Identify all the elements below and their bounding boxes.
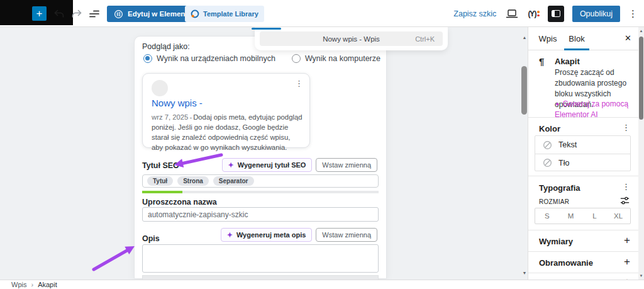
device-preview-icon (506, 9, 518, 19)
yoast-dots-icon (537, 11, 540, 16)
plus-icon: + (36, 8, 43, 20)
avatar (152, 80, 168, 96)
list-view-button[interactable] (87, 6, 102, 21)
tab-post[interactable]: Wpis (533, 27, 562, 50)
size-settings-button[interactable] (619, 195, 630, 208)
typography-section-title: Typografia (539, 183, 580, 193)
tab-block[interactable]: Blok (562, 27, 591, 50)
meta-description-input[interactable] (142, 244, 379, 273)
generate-seo-title-label: Wygeneruj tytuł SEO (238, 161, 306, 169)
paragraph-block-icon: ¶ (539, 56, 544, 67)
tab-block-label: Blok (569, 34, 584, 43)
no-color-icon (542, 140, 553, 150)
radio-desktop-result[interactable]: Wynik na komputerze (292, 54, 380, 63)
variable-pill-separator[interactable]: Separator (213, 176, 254, 186)
yoast-glyph: (Y) (528, 9, 536, 18)
breadcrumb-separator-icon: › (31, 281, 33, 288)
yoast-seo-button[interactable]: (Y) (528, 9, 540, 18)
template-library-button[interactable]: Template Library (185, 6, 264, 22)
insert-variable-button[interactable]: Wstaw zmienną (316, 158, 377, 172)
variable-pill-site[interactable]: Strona (177, 176, 209, 186)
size-l-button[interactable]: L (583, 208, 607, 224)
window-scrollbar-thumb[interactable] (639, 37, 643, 120)
sliders-icon (619, 195, 630, 206)
preview-button[interactable] (504, 6, 519, 21)
document-title: Nowy wpis - Wpis (323, 35, 380, 43)
snippet-editor-panel: Podgląd jako: Wynik na urządzeniach mobi… (134, 36, 387, 279)
generate-meta-description-button[interactable]: ✦ Wygeneruj meta opis (221, 228, 313, 242)
breadcrumb-bar: Wpis › Akapit (0, 280, 644, 289)
font-size-label: ROZMIAR (539, 198, 569, 205)
elementor-ai-label: Generuj za pomocą Elementor AI (555, 99, 628, 119)
color-options-icon[interactable]: ⋮ (622, 123, 630, 132)
list-view-icon (88, 8, 101, 20)
save-draft-button[interactable]: Zapisz szkic (453, 9, 496, 18)
size-s-button[interactable]: S (535, 208, 559, 224)
insert-variable-button-2[interactable]: Wstaw zmienną (316, 228, 377, 242)
color-text-row[interactable]: Tekst (535, 136, 630, 154)
block-inserter-button[interactable]: + (32, 6, 47, 21)
window-scroll-down-icon[interactable]: ▼ (638, 274, 644, 278)
radio-selected-icon (143, 54, 152, 63)
window-scrollbar[interactable]: ▲ ▼ (638, 27, 644, 289)
description-score-bar (142, 275, 379, 280)
description-actions: ✦ Wygeneruj meta opis Wstaw zmienną (221, 228, 377, 242)
settings-panel-toggle[interactable] (548, 6, 564, 22)
dimensions-panel-title[interactable]: Wymiary (539, 237, 573, 246)
settings-sidebar: Wpis Blok ✕ ¶ Akapit Proszę zacząć od zb… (528, 27, 638, 280)
color-background-row[interactable]: Tło (535, 154, 630, 171)
card-menu-icon: ⋮ (295, 79, 303, 88)
redo-button[interactable] (69, 6, 84, 21)
document-bar: Nowy wpis - Wpis Ctrl+K (255, 27, 448, 50)
preview-as-label: Podgląd jako: (142, 42, 190, 51)
google-preview-card: ⋮ Nowy wpis - wrz 7, 2025-Dodaj opis met… (142, 73, 310, 148)
section-divider (528, 273, 638, 273)
color-background-label: Tło (558, 159, 569, 167)
insert-variable-label-2: Wstaw zmienną (322, 231, 371, 239)
canvas-scrollbar-thumb[interactable] (521, 66, 527, 115)
size-m-button[interactable]: M (559, 208, 583, 224)
preview-date-separator: - (189, 113, 192, 121)
section-divider (528, 176, 638, 176)
undo-button[interactable] (52, 6, 67, 21)
editor-window: Podgląd jako: Wynik na urządzeniach mobi… (0, 0, 644, 289)
ai-sparkle-icon: ✦ (227, 231, 233, 239)
typography-options-icon[interactable]: ⋮ (622, 182, 630, 191)
close-sidebar-icon[interactable]: ✕ (625, 33, 631, 43)
publish-button[interactable]: Opublikuj (572, 6, 620, 22)
font-size-segmented-control: S M L XL (535, 208, 631, 224)
border-expand-icon[interactable]: + (624, 256, 630, 267)
radio-mobile-label: Wynik na urządzeniach mobilnych (157, 54, 275, 63)
dimensions-expand-icon[interactable]: + (624, 235, 630, 246)
options-menu-icon[interactable]: ⋮ (628, 8, 638, 20)
generate-seo-title-button[interactable]: ✦ Wygeneruj tytuł SEO (222, 158, 313, 172)
seo-score-fill (142, 191, 182, 193)
breadcrumb-post[interactable]: Wpis (11, 281, 26, 288)
ai-sparkle-icon: ✦ (555, 101, 560, 108)
window-scroll-up-icon[interactable]: ▲ (638, 29, 644, 33)
radio-mobile-result[interactable]: Wynik na urządzeniach mobilnych (143, 54, 275, 63)
section-divider (528, 117, 638, 118)
variable-pill-title[interactable]: Tytuł (147, 176, 173, 186)
generate-meta-description-label: Wygeneruj meta opis (236, 231, 306, 239)
section-divider (528, 230, 638, 230)
size-xl-button[interactable]: XL (606, 208, 630, 224)
breadcrumb-block[interactable]: Akapit (38, 281, 57, 288)
active-tab-underline (564, 48, 589, 50)
preview-mode-radios: Wynik na urządzeniach mobilnych Wynik na… (143, 54, 380, 63)
section-divider (528, 251, 638, 252)
undo-icon (53, 8, 65, 20)
color-text-label: Tekst (558, 140, 577, 149)
template-library-label: Template Library (203, 10, 258, 18)
ai-sparkle-icon: ✦ (228, 161, 234, 169)
border-panel-title[interactable]: Obramowanie (539, 258, 593, 268)
document-bar-button[interactable]: Nowy wpis - Wpis Ctrl+K (260, 31, 443, 46)
slug-input[interactable] (142, 207, 379, 222)
header-right-group: Zapisz szkic (Y) Opublikuj ⋮ (453, 0, 638, 27)
seo-title-input[interactable]: Tytuł Strona Separator (142, 174, 379, 188)
radio-unselected-icon (292, 54, 301, 63)
seo-title-actions: ✦ Wygeneruj tytuł SEO Wstaw zmienną (222, 158, 377, 172)
color-section-title: Kolor (539, 124, 560, 133)
insert-variable-label: Wstaw zmienną (322, 161, 371, 169)
elementor-logo-icon (114, 9, 123, 19)
